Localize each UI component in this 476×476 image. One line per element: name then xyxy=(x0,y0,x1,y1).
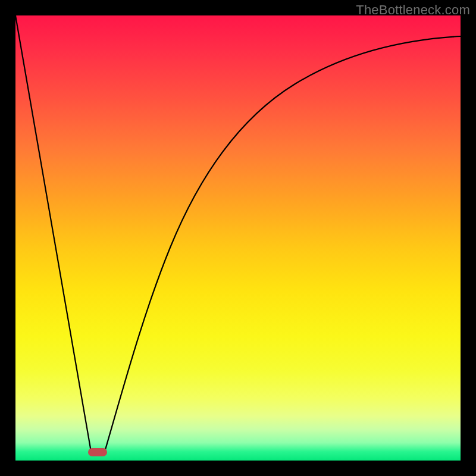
plot-area xyxy=(15,15,461,461)
curve-layer xyxy=(15,15,461,461)
watermark-text: TheBottleneck.com xyxy=(356,2,470,18)
series-right-branch xyxy=(105,36,461,452)
series-left-branch xyxy=(15,15,91,452)
chart-frame: TheBottleneck.com xyxy=(0,0,476,476)
min-marker xyxy=(88,448,107,456)
